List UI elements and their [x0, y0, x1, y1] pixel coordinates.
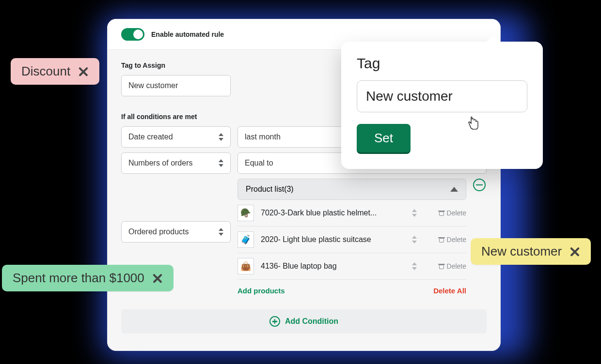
delete-product-button[interactable]: Delete [438, 209, 466, 217]
rule-field-select[interactable]: Ordered products [121, 221, 231, 243]
product-thumb: 🪖 [237, 205, 254, 221]
chip-discount[interactable]: Discount [11, 58, 99, 85]
add-condition-label: Add Condition [285, 317, 338, 326]
sort-icon[interactable] [412, 262, 417, 271]
popover-tag-input[interactable]: New customer [357, 80, 527, 112]
enable-rule-label: Enable automated rule [151, 30, 224, 38]
product-rule-right-col: Product list(3) 🪖 7020-3-Dark blue plast… [237, 179, 466, 303]
close-icon[interactable] [78, 66, 89, 77]
trash-icon [438, 236, 445, 243]
product-thumb: 👜 [237, 258, 254, 274]
rule-field-select[interactable]: Numbers of orders [121, 152, 231, 174]
product-rule-left-col: Ordered products [121, 179, 231, 243]
tag-assign-input[interactable]: New customer [121, 75, 231, 96]
stepper-icon [219, 228, 223, 236]
product-row: 👜 4136- Blue laptop bag Delete [237, 253, 466, 280]
product-row: 🪖 7020-3-Dark blue plastic helmet... Del… [237, 200, 466, 227]
product-list: 🪖 7020-3-Dark blue plastic helmet... Del… [237, 200, 466, 283]
product-thumb: 🧳 [237, 231, 254, 248]
close-icon[interactable] [152, 273, 163, 284]
chip-label: New customer [481, 244, 562, 259]
rule-field-value: Date created [128, 133, 173, 141]
tag-assign-value: New customer [128, 81, 178, 90]
delete-product-button[interactable]: Delete [438, 236, 466, 243]
chip-label: Discount [21, 64, 70, 79]
delete-label: Delete [447, 236, 466, 243]
rule-field-select[interactable]: Date created [121, 126, 231, 148]
close-icon[interactable] [569, 246, 580, 257]
product-name: 2020- Light blue plastic suitcase [261, 235, 405, 244]
delete-label: Delete [447, 209, 466, 217]
sort-icon[interactable] [412, 209, 417, 217]
plus-circle-icon [269, 316, 280, 327]
remove-rule-button[interactable] [473, 179, 486, 191]
product-row: 🧳 2020- Light blue plastic suitcase Dele… [237, 227, 466, 253]
product-list-accordion[interactable]: Product list(3) [237, 179, 466, 200]
rule-field-value: Numbers of orders [128, 159, 193, 167]
product-name: 7020-3-Dark blue plastic helmet... [261, 209, 405, 217]
delete-all-link[interactable]: Delete All [433, 287, 466, 295]
product-name: 4136- Blue laptop bag [261, 262, 405, 271]
chevron-up-icon [450, 187, 458, 192]
rule-value: Equal to [245, 159, 273, 167]
chip-label: Spent more than $1000 [13, 271, 144, 286]
popover-title: Tag [357, 55, 527, 72]
stepper-icon [219, 159, 223, 167]
add-condition-button[interactable]: Add Condition [121, 309, 487, 334]
remove-rule-slot [473, 179, 487, 191]
delete-product-button[interactable]: Delete [438, 262, 466, 270]
delete-label: Delete [447, 262, 466, 270]
tag-popover: Tag New customer Set [341, 42, 543, 169]
add-products-link[interactable]: Add products [237, 287, 285, 295]
trash-icon [438, 263, 445, 270]
enable-rule-toggle[interactable] [121, 28, 144, 41]
product-actions-row: Add products Delete All [237, 283, 466, 303]
rule-value: last month [245, 133, 281, 141]
sort-icon[interactable] [412, 235, 417, 244]
chip-spent[interactable]: Spent more than $1000 [2, 265, 174, 291]
stepper-icon [219, 133, 223, 141]
trash-icon [438, 210, 445, 216]
popover-set-button[interactable]: Set [357, 124, 411, 152]
popover-tag-value: New customer [366, 89, 453, 104]
product-list-label: Product list(3) [246, 185, 294, 194]
chip-new-customer[interactable]: New customer [471, 238, 591, 265]
rule-field-value: Ordered products [128, 228, 189, 236]
